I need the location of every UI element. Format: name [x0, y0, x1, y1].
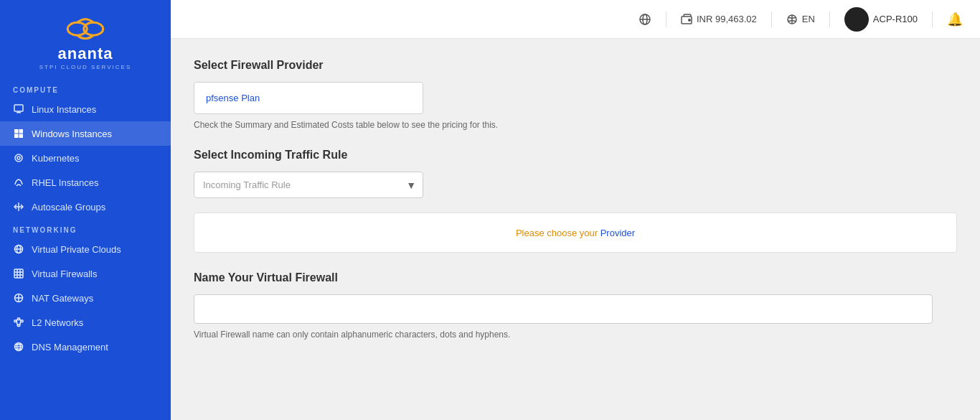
- incoming-traffic-dropdown-wrapper: Incoming Traffic Rule ▼: [194, 172, 423, 198]
- firewall-provider-section: Select Firewall Provider pfsense Plan Ch…: [194, 59, 957, 130]
- sidebar-item-virtual-firewalls[interactable]: Virtual Firewalls: [0, 261, 171, 286]
- firewall-provider-title: Select Firewall Provider: [194, 59, 957, 72]
- user-area[interactable]: ACP-R100: [844, 7, 918, 32]
- sidebar-item-vpc-label: Virtual Private Clouds: [32, 244, 121, 255]
- sidebar-item-l2-networks[interactable]: L2 Networks: [0, 310, 171, 335]
- warning-text: Please choose your Provider: [516, 228, 635, 238]
- sidebar-item-nat-gateways[interactable]: NAT Gateways: [0, 286, 171, 310]
- svg-rect-2: [14, 105, 23, 111]
- warning-text-orange: Please choose your: [516, 228, 600, 238]
- sidebar-item-kubernetes[interactable]: Kubernetes: [0, 146, 171, 170]
- svg-line-31: [20, 321, 22, 325]
- name-firewall-section: Name Your Virtual Firewall Virtual Firew…: [194, 271, 957, 340]
- svg-rect-8: [19, 134, 24, 139]
- name-firewall-title: Name Your Virtual Firewall: [194, 271, 957, 284]
- sidebar-item-l2-networks-label: L2 Networks: [32, 317, 83, 328]
- compute-section-label: COMPUTE: [0, 79, 171, 97]
- networking-section-label: NETWORKING: [0, 219, 171, 237]
- rhel-icon: [13, 177, 24, 188]
- sidebar-item-autoscale-groups[interactable]: Autoscale Groups: [0, 195, 171, 219]
- warning-text-blue: Provider: [600, 228, 635, 238]
- kubernetes-icon: [13, 152, 24, 164]
- username-label: ACP-R100: [873, 14, 918, 24]
- sidebar-item-nat-gateways-label: NAT Gateways: [32, 293, 93, 304]
- globe-header-item[interactable]: [639, 13, 651, 26]
- header-divider-1: [666, 11, 666, 27]
- monitor-icon: [13, 103, 24, 115]
- balance-label: INR 99,463.02: [697, 14, 757, 24]
- name-firewall-hint: Virtual Firewall name can only contain a…: [194, 330, 957, 340]
- svg-point-10: [17, 157, 20, 159]
- svg-rect-26: [18, 318, 20, 320]
- bell-icon[interactable]: 🔔: [947, 11, 963, 27]
- svg-point-41: [689, 19, 690, 20]
- logo-sub: STPI CLOUD SERVICES: [39, 64, 132, 70]
- provider-warning-box: Please choose your Provider: [194, 213, 957, 253]
- logo-area: ananta STPI CLOUD SERVICES: [0, 0, 171, 79]
- logo-svg: [64, 13, 107, 42]
- balance-item[interactable]: INR 99,463.02: [681, 14, 757, 25]
- firewall-provider-hint: Check the Summary and Estimated Costs ta…: [194, 120, 957, 130]
- logo-text: ananta: [58, 45, 113, 63]
- dns-icon: [13, 341, 24, 353]
- sidebar-item-dns-management[interactable]: DNS Management: [0, 335, 171, 359]
- header-divider-4: [932, 11, 933, 27]
- avatar: [844, 7, 869, 32]
- notification-area[interactable]: 🔔: [947, 11, 963, 27]
- sidebar-item-virtual-firewalls-label: Virtual Firewalls: [32, 269, 98, 279]
- language-item[interactable]: EN: [786, 14, 815, 25]
- sidebar-item-windows-instances[interactable]: Windows Instances: [0, 121, 171, 146]
- firewall-provider-selected[interactable]: pfsense Plan: [194, 82, 423, 114]
- sidebar-item-autoscale-groups-label: Autoscale Groups: [32, 202, 105, 213]
- firewall-icon: [13, 268, 24, 279]
- incoming-traffic-dropdown[interactable]: Incoming Traffic Rule: [194, 172, 423, 198]
- svg-point-9: [15, 154, 22, 162]
- sidebar-item-vpc[interactable]: Virtual Private Clouds: [0, 237, 171, 261]
- sidebar: ananta STPI CLOUD SERVICES COMPUTE Linux…: [0, 0, 171, 420]
- name-firewall-input[interactable]: [194, 294, 933, 324]
- language-label: EN: [802, 14, 815, 24]
- autoscale-icon: [13, 201, 24, 213]
- svg-rect-3: [17, 112, 21, 113]
- header-divider-2: [771, 11, 772, 27]
- svg-rect-7: [14, 134, 19, 139]
- sidebar-item-kubernetes-label: Kubernetes: [32, 153, 80, 164]
- incoming-traffic-section: Select Incoming Traffic Rule Incoming Tr…: [194, 149, 957, 198]
- svg-rect-5: [14, 129, 19, 134]
- sidebar-item-rhel-instances[interactable]: RHEL Instances: [0, 170, 171, 195]
- svg-rect-16: [14, 269, 23, 278]
- sidebar-item-linux-instances[interactable]: Linux Instances: [0, 97, 171, 121]
- sidebar-item-rhel-instances-label: RHEL Instances: [32, 177, 98, 188]
- wallet-icon: [681, 14, 692, 25]
- l2-icon: [13, 317, 24, 328]
- nat-icon: [13, 292, 24, 304]
- content-area: Select Firewall Provider pfsense Plan Ch…: [171, 39, 980, 420]
- svg-line-29: [20, 319, 22, 321]
- globe-icon: [639, 13, 651, 26]
- vpc-icon: [13, 243, 24, 255]
- sidebar-item-dns-management-label: DNS Management: [32, 342, 108, 353]
- svg-line-28: [17, 319, 18, 321]
- sidebar-item-linux-instances-label: Linux Instances: [32, 104, 96, 115]
- windows-icon: [13, 128, 24, 139]
- svg-rect-6: [19, 129, 24, 134]
- header-divider-3: [829, 11, 830, 27]
- header: INR 99,463.02 EN ACP-R100 🔔: [171, 0, 980, 39]
- sidebar-item-windows-instances-label: Windows Instances: [32, 129, 112, 139]
- svg-line-30: [17, 321, 18, 325]
- incoming-traffic-title: Select Incoming Traffic Rule: [194, 149, 957, 162]
- main-area: INR 99,463.02 EN ACP-R100 🔔 Select Firew…: [171, 0, 980, 420]
- language-icon: [786, 14, 798, 25]
